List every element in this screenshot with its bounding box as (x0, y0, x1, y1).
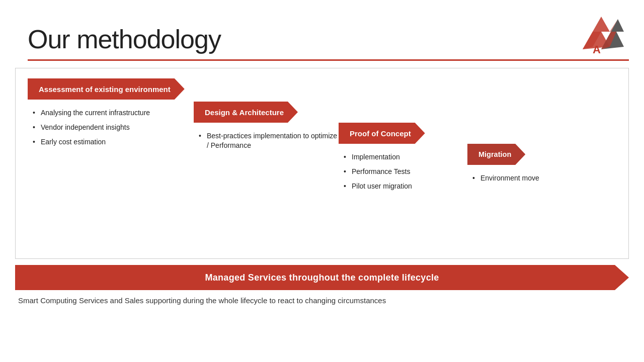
phase-design: Design & Architecture Best-practices imp… (194, 102, 360, 153)
phase-design-label: Design & Architecture (205, 108, 284, 117)
phase-migration-arrow: Migration (467, 144, 525, 165)
svg-text:A: A (593, 43, 601, 54)
bullet-item: Early cost estimation (32, 135, 209, 149)
header-divider (28, 59, 629, 61)
company-logo: A (574, 9, 629, 54)
page-header: Our methodology A (0, 0, 644, 59)
phases-container: Assessment of existing environment Analy… (28, 78, 616, 249)
footer-text: Smart Computing Services and Sales suppo… (15, 296, 629, 305)
phase-assessment-label: Assessment of existing environment (39, 85, 171, 94)
phase-design-bullets: Best-practices implementation to optimiz… (194, 129, 360, 153)
bullet-item: Best-practices implementation to optimiz… (198, 129, 360, 153)
bullet-item: Environment move (471, 171, 588, 186)
bullet-item: Pilot user migration (343, 179, 485, 194)
phase-assessment-bullets: Analysing the current infrastructure Ven… (28, 106, 209, 149)
managed-services-banner: Managed Services throughout the complete… (15, 265, 629, 290)
main-content-box: Assessment of existing environment Analy… (15, 68, 629, 259)
bullet-item: Analysing the current infrastructure (32, 106, 209, 120)
bullet-item: Performance Tests (343, 164, 485, 179)
page-title: Our methodology (28, 24, 221, 54)
phase-poc-bullets: Implementation Performance Tests Pilot u… (339, 150, 485, 194)
phase-assessment: Assessment of existing environment Analy… (28, 78, 209, 149)
banner-text: Managed Services throughout the complete… (205, 273, 439, 283)
phase-migration-bullets: Environment move (467, 171, 588, 186)
phase-migration-label: Migration (478, 150, 511, 158)
bullet-item: Implementation (343, 150, 485, 164)
phase-design-arrow: Design & Architecture (194, 102, 298, 123)
phase-migration: Migration Environment move (467, 144, 588, 186)
phase-assessment-arrow: Assessment of existing environment (28, 78, 185, 100)
phase-poc-arrow: Proof of Concept (339, 123, 425, 144)
bullet-item: Vendor independent insights (32, 120, 209, 135)
phase-poc: Proof of Concept Implementation Performa… (339, 123, 485, 194)
phase-poc-label: Proof of Concept (350, 129, 411, 138)
